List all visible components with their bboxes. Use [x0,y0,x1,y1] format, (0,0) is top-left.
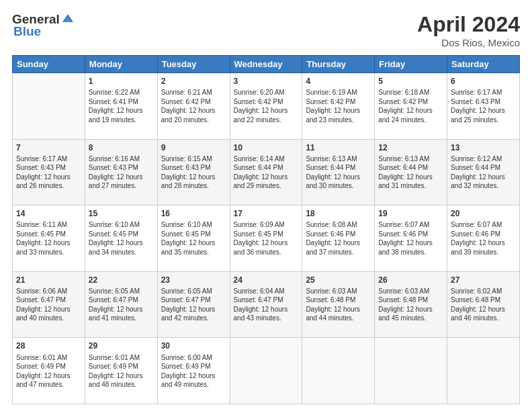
day-info-line: Sunset: 6:44 PM [378,164,428,171]
day-info-line: Daylight: 12 hours and 38 minutes. [378,239,433,256]
day-info-line: Daylight: 12 hours and 49 minutes. [161,372,216,389]
col-monday: Monday [85,56,157,73]
table-row: 11Sunrise: 6:13 AMSunset: 6:44 PMDayligh… [302,139,375,205]
day-info-line: Sunset: 6:45 PM [89,230,138,238]
day-info-line: Sunset: 6:41 PM [89,98,138,105]
logo-icon [61,13,75,26]
day-info-line: Sunrise: 6:03 AM [306,287,357,295]
day-info-line: Sunset: 6:45 PM [161,230,211,238]
day-info-line: Daylight: 12 hours and 32 minutes. [451,173,505,190]
table-row: 21Sunrise: 6:06 AMSunset: 6:47 PMDayligh… [13,271,85,338]
day-info-line: Daylight: 12 hours and 27 minutes. [89,173,143,190]
header: General Blue April 2024 Dos Rios, Mexico [12,12,520,48]
calendar-week-1: 7Sunrise: 6:17 AMSunset: 6:43 PMDaylight… [13,139,520,205]
day-info-line: Daylight: 12 hours and 40 minutes. [16,306,71,322]
day-number: 16 [161,208,226,219]
title-section: April 2024 Dos Rios, Mexico [417,12,520,48]
day-info-line: Sunset: 6:49 PM [16,363,66,370]
day-info-line: Sunrise: 6:02 AM [451,287,502,295]
day-info-line: Daylight: 12 hours and 47 minutes. [16,372,71,389]
day-number: 24 [234,275,299,285]
day-number: 26 [378,275,443,285]
table-row: 4Sunrise: 6:19 AMSunset: 6:42 PMDaylight… [302,73,375,140]
day-info-line: Sunrise: 6:07 AM [451,221,502,228]
day-info-line: Daylight: 12 hours and 19 minutes. [89,107,143,124]
day-number: 23 [161,275,226,285]
table-row: 23Sunrise: 6:05 AMSunset: 6:47 PMDayligh… [157,271,230,338]
day-info-line: Daylight: 12 hours and 33 minutes. [16,239,71,256]
table-row [447,338,520,404]
table-row [230,338,302,404]
table-row: 2Sunrise: 6:21 AMSunset: 6:42 PMDaylight… [157,73,230,140]
day-info-line: Sunrise: 6:12 AM [451,155,502,163]
table-row: 5Sunrise: 6:18 AMSunset: 6:42 PMDaylight… [375,73,447,140]
table-row: 15Sunrise: 6:10 AMSunset: 6:45 PMDayligh… [85,205,157,272]
day-number: 17 [234,208,299,219]
day-info-line: Daylight: 12 hours and 46 minutes. [451,306,505,322]
table-row: 24Sunrise: 6:04 AMSunset: 6:47 PMDayligh… [230,271,302,338]
day-number: 20 [451,208,516,219]
table-row: 8Sunrise: 6:16 AMSunset: 6:43 PMDaylight… [85,139,157,205]
day-number: 8 [89,142,154,153]
day-number: 19 [378,208,443,219]
day-info-line: Daylight: 12 hours and 24 minutes. [378,107,433,124]
table-row: 14Sunrise: 6:11 AMSunset: 6:45 PMDayligh… [13,205,85,272]
table-row [13,73,85,140]
day-info-line: Daylight: 12 hours and 42 minutes. [161,306,216,322]
table-row: 3Sunrise: 6:20 AMSunset: 6:42 PMDaylight… [230,73,302,140]
day-info-line: Sunset: 6:44 PM [234,164,283,171]
day-info-line: Daylight: 12 hours and 30 minutes. [306,173,360,190]
day-info-line: Sunrise: 6:10 AM [161,221,212,228]
day-info-line: Sunset: 6:43 PM [89,164,138,171]
day-number: 3 [234,76,299,87]
day-number: 10 [234,142,299,153]
day-info-line: Sunrise: 6:21 AM [161,89,212,96]
day-info-line: Sunset: 6:43 PM [451,98,500,105]
table-row: 25Sunrise: 6:03 AMSunset: 6:48 PMDayligh… [302,271,375,338]
day-info-line: Sunrise: 6:19 AM [306,89,357,96]
table-row: 19Sunrise: 6:07 AMSunset: 6:46 PMDayligh… [375,205,447,272]
table-row: 28Sunrise: 6:01 AMSunset: 6:49 PMDayligh… [13,338,85,404]
day-number: 30 [161,340,226,351]
table-row: 27Sunrise: 6:02 AMSunset: 6:48 PMDayligh… [447,271,520,338]
col-friday: Friday [375,56,447,73]
day-info-line: Daylight: 12 hours and 41 minutes. [89,306,143,322]
day-info-line: Sunrise: 6:01 AM [16,354,67,361]
day-number: 5 [378,76,443,87]
day-info-line: Daylight: 12 hours and 39 minutes. [451,239,505,256]
day-info-line: Sunset: 6:42 PM [306,98,355,105]
day-info-line: Daylight: 12 hours and 37 minutes. [306,239,360,256]
subtitle: Dos Rios, Mexico [417,37,520,48]
day-number: 2 [161,76,226,87]
col-thursday: Thursday [302,56,375,73]
day-info-line: Daylight: 12 hours and 48 minutes. [89,372,143,389]
day-info-line: Sunset: 6:48 PM [378,296,428,304]
day-info-line: Sunset: 6:43 PM [16,164,66,171]
page: General Blue April 2024 Dos Rios, Mexico… [0,0,532,411]
day-number: 28 [16,340,81,351]
table-row: 13Sunrise: 6:12 AMSunset: 6:44 PMDayligh… [447,139,520,205]
day-info-line: Sunrise: 6:03 AM [378,287,429,295]
day-info-line: Daylight: 12 hours and 28 minutes. [161,173,216,190]
day-info-line: Daylight: 12 hours and 20 minutes. [161,107,216,124]
day-info-line: Sunset: 6:45 PM [16,230,66,238]
day-info-line: Daylight: 12 hours and 25 minutes. [451,107,505,124]
day-info-line: Sunrise: 6:10 AM [89,221,140,228]
day-info-line: Daylight: 12 hours and 35 minutes. [161,239,216,256]
day-info-line: Sunrise: 6:09 AM [234,221,285,228]
day-info-line: Sunset: 6:46 PM [306,230,355,238]
day-info-line: Sunset: 6:42 PM [378,98,428,105]
table-row: 16Sunrise: 6:10 AMSunset: 6:45 PMDayligh… [157,205,230,272]
calendar-week-2: 14Sunrise: 6:11 AMSunset: 6:45 PMDayligh… [13,205,520,272]
table-row: 22Sunrise: 6:05 AMSunset: 6:47 PMDayligh… [85,271,157,338]
table-row: 29Sunrise: 6:01 AMSunset: 6:49 PMDayligh… [85,338,157,404]
day-info-line: Sunrise: 6:13 AM [306,155,357,163]
calendar: Sunday Monday Tuesday Wednesday Thursday… [12,55,520,404]
day-info-line: Sunrise: 6:14 AM [234,155,285,163]
day-number: 15 [89,208,154,219]
day-number: 29 [89,340,154,351]
day-info-line: Sunrise: 6:22 AM [89,89,140,96]
day-info-line: Daylight: 12 hours and 29 minutes. [234,173,288,190]
table-row [375,338,447,404]
day-info-line: Sunrise: 6:01 AM [89,354,140,361]
